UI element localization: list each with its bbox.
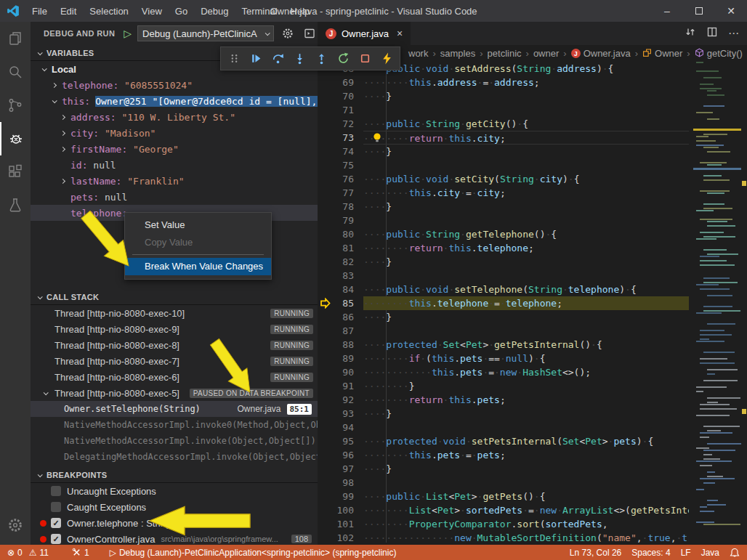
code-gutter[interactable]: 74 [318,145,363,158]
thread-row[interactable]: Thread [http-nio-8080-exec-6]RUNNING [31,369,318,385]
code-gutter[interactable]: 98 [318,476,363,490]
code-line[interactable]: 92········return·this.pets; [318,393,689,407]
extensions-icon[interactable] [0,155,31,189]
thread-row[interactable]: Thread [http-nio-8080-exec-5]PAUSED ON D… [31,385,318,401]
code-line[interactable]: 84····public·void·setTelephone(String·te… [318,283,689,296]
breadcrumb-item[interactable]: work [408,48,428,59]
code-gutter[interactable]: 100 [318,503,363,517]
code-line[interactable]: 73········return·this.city; [318,131,689,145]
breakpoint-checkbox[interactable]: ✓ [51,534,61,544]
code-gutter[interactable]: 82 [318,255,363,269]
swap-editors-icon[interactable] [685,26,696,41]
lightbulb-icon[interactable] [372,132,382,143]
restart-icon[interactable] [332,49,354,69]
code-gutter[interactable]: 86 [318,310,363,324]
maximize-button[interactable] [683,0,715,22]
code-line[interactable]: 69········this.address·=·address; [318,76,689,89]
step-into-icon[interactable] [288,49,310,69]
code-gutter[interactable]: 99 [318,490,363,503]
code-gutter[interactable]: 71 [318,103,363,117]
code-gutter[interactable]: 73 [318,131,363,145]
breadcrumb-item[interactable]: petclinic [488,48,522,59]
toolbar-gripper[interactable] [223,49,245,69]
menu-edit[interactable]: Edit [54,0,83,22]
overview-ruler[interactable] [741,62,747,545]
code-gutter[interactable]: 84 [318,283,363,296]
code-line[interactable]: 95····protected·void·setPetsInternal(Set… [318,434,689,448]
code-line[interactable]: 78····} [318,200,689,214]
breakpoint-checkbox[interactable] [51,486,61,496]
code-gutter[interactable]: 95 [318,434,363,448]
breadcrumb-item[interactable]: getCity() [695,48,743,60]
code-line[interactable]: 83 [318,269,689,283]
code-line[interactable]: 98 [318,476,689,490]
code-gutter[interactable]: 70 [318,89,363,103]
code-gutter[interactable]: 87 [318,324,363,338]
code-line[interactable]: 89········if·(this.pets·==·null)·{ [318,352,689,365]
code-gutter[interactable]: 96 [318,448,363,462]
stack-frame-row[interactable]: Owner.setTelephone(String)Owner.java85:1 [31,401,318,417]
configure-gear-icon[interactable] [280,25,296,41]
breadcrumb-item[interactable]: Owner [642,48,682,60]
menu-item-set-value[interactable]: Set Value [125,216,271,234]
eol-status[interactable]: LF [676,545,696,560]
stack-frame-row[interactable]: DelegatingMethodAccessorImpl.invoke(Obje… [31,449,318,465]
debug-target-status[interactable]: ▷ Debug (Launch)-PetClinicApplication<sp… [105,545,402,560]
source-control-icon[interactable] [0,89,31,122]
code-gutter[interactable]: 79 [318,214,363,227]
code-gutter[interactable]: 91 [318,379,363,393]
code-line[interactable]: 94 [318,421,689,434]
menu-file[interactable]: File [25,0,54,22]
code-line[interactable]: 77········this.city·=·city; [318,186,689,200]
code-line[interactable]: 85········this.telephone·=·telephone; [318,296,689,310]
code-gutter[interactable]: 90 [318,365,363,379]
launch-config-select[interactable]: Debug (Launch)-PetClinicA [137,25,274,41]
code-line[interactable]: 71 [318,103,689,117]
code-gutter[interactable]: 97 [318,462,363,476]
code-line[interactable]: 102················new·MutableSortDefini… [318,531,689,545]
more-actions-icon[interactable]: ⋯ [728,27,740,40]
search-icon[interactable] [0,55,31,89]
code-gutter[interactable]: 75 [318,158,363,172]
minimize-button[interactable]: – [651,0,683,22]
breakpoint-row[interactable]: Caught Exceptions [31,499,318,515]
code-gutter[interactable]: 76 [318,172,363,186]
minimap[interactable] [693,62,741,542]
stack-frame-row[interactable]: NativeMethodAccessorImpl.invoke0(Method,… [31,417,318,433]
breakpoint-row[interactable]: ✓OwnerController.javasrc\main\java\org\s… [31,531,318,545]
code-gutter[interactable]: 80 [318,227,363,241]
code-line[interactable]: 97····} [318,462,689,476]
code-gutter[interactable]: 89 [318,352,363,365]
code-gutter[interactable]: 69 [318,76,363,89]
variable-row[interactable]: id: null [31,157,318,173]
code-gutter[interactable]: 92 [318,393,363,407]
code-line[interactable]: 75 [318,158,689,172]
menu-view[interactable]: View [135,0,169,22]
code-line[interactable]: 101········PropertyComparator.sort(sorte… [318,517,689,531]
thread-row[interactable]: Thread [http-nio-8080-exec-10]RUNNING [31,305,318,321]
breadcrumb-item[interactable]: JOwner.java [571,48,631,59]
indentation-status[interactable]: Spaces: 4 [626,545,675,560]
continue-icon[interactable] [245,49,267,69]
code-line[interactable]: 72····public·String·getCity()·{ [318,117,689,131]
menu-go[interactable]: Go [169,0,194,22]
hot-code-replace-icon[interactable] [376,49,397,69]
breakpoint-checkbox[interactable]: ✓ [51,518,61,528]
problems-status[interactable]: ⊗ 0 ⚠ 11 [0,545,54,560]
code-line[interactable]: 88····protected·Set<Pet>·getPetsInternal… [318,338,689,352]
stack-frame-row[interactable]: NativeMethodAccessorImpl.invoke(Object,O… [31,433,318,449]
code-line[interactable]: 87 [318,324,689,338]
code-line[interactable]: 74····} [318,145,689,158]
breakpoint-row[interactable]: ✓Owner.telephone : String [31,515,318,531]
variable-row[interactable]: city: "Madison" [31,125,318,141]
variable-row[interactable]: address: "110 W. Liberty St." [31,109,318,125]
code-line[interactable]: 76····public·void·setCity(String·city)·{ [318,172,689,186]
tools-status[interactable]: 1 [67,545,94,560]
code-gutter[interactable]: 94 [318,421,363,434]
variable-row[interactable]: this:Owner@251 "[Owner@7ddce0cd id = [nu… [31,93,318,109]
code-line[interactable]: 90············this.pets·=·new·HashSet<>(… [318,365,689,379]
code-line[interactable]: 82····} [318,255,689,269]
test-beaker-icon[interactable] [0,189,31,222]
language-mode[interactable]: Java [696,545,724,560]
manage-gear-icon[interactable] [0,510,31,540]
